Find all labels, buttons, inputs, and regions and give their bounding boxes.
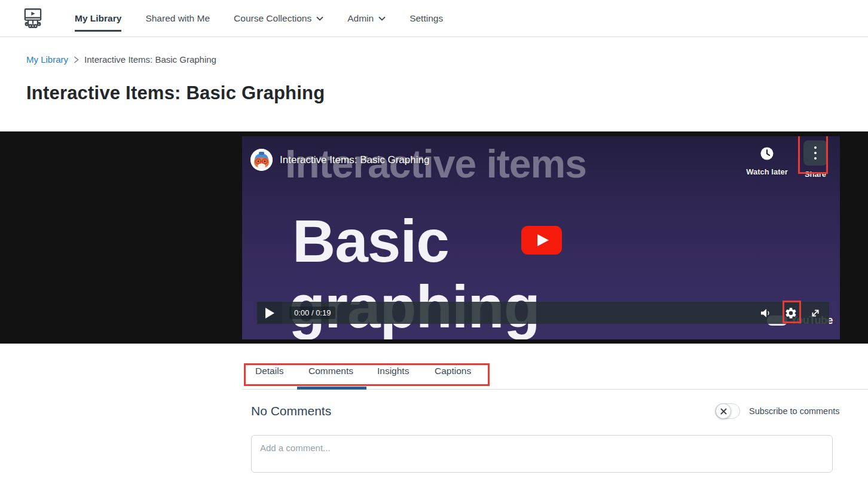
nav-shared-with-me-label: Shared with Me <box>145 13 210 24</box>
nav-my-library-label: My Library <box>75 13 121 24</box>
share-label: Share <box>801 170 830 179</box>
nav-course-collections[interactable]: Course Collections <box>234 0 323 36</box>
toggle-knob[interactable] <box>716 403 731 419</box>
video-band: Interactive items Basic graphing Interac… <box>0 131 868 344</box>
channel-avatar[interactable] <box>250 149 273 171</box>
share-button[interactable]: Share <box>801 140 830 179</box>
settings-gear-icon[interactable] <box>783 305 799 321</box>
watch-later-button[interactable]: Watch later <box>743 146 791 176</box>
comment-input[interactable] <box>251 435 833 473</box>
page-title: Interactive Items: Basic Graphing <box>26 82 325 104</box>
player-control-bar: 0:00 / 0:19 <box>257 302 829 324</box>
nav-settings[interactable]: Settings <box>409 0 443 36</box>
nav-settings-label: Settings <box>409 13 443 24</box>
youtube-player[interactable]: Interactive items Basic graphing Interac… <box>242 136 840 339</box>
nav-shared-with-me[interactable]: Shared with Me <box>145 0 210 36</box>
nav-course-collections-label: Course Collections <box>234 13 311 24</box>
time-display: 0:00 / 0:19 <box>289 307 335 319</box>
nav-admin[interactable]: Admin <box>347 0 386 36</box>
player-right-controls <box>759 305 829 321</box>
breadcrumb: My Library Interactive Items: Basic Grap… <box>26 54 216 65</box>
breadcrumb-current: Interactive Items: Basic Graphing <box>84 54 216 65</box>
top-nav: My Library Shared with Me Course Collect… <box>0 0 868 37</box>
watch-later-label: Watch later <box>743 167 791 176</box>
chevron-right-icon <box>74 56 79 63</box>
subscribe-label: Subscribe to comments <box>749 406 840 416</box>
x-icon <box>720 408 727 415</box>
tab-comments[interactable]: Comments <box>308 366 353 376</box>
clock-icon <box>760 146 774 161</box>
fullscreen-icon[interactable] <box>808 305 823 321</box>
breadcrumb-link-my-library[interactable]: My Library <box>26 54 68 65</box>
tab-details[interactable]: Details <box>255 366 283 376</box>
video-overlay-title[interactable]: Interactive Items: Basic Graphing <box>280 154 429 166</box>
volume-icon[interactable] <box>759 305 774 321</box>
play-button[interactable] <box>257 302 282 324</box>
nav-admin-label: Admin <box>347 13 374 24</box>
tab-captions[interactable]: Captions <box>435 366 471 376</box>
chevron-down-icon <box>378 16 386 21</box>
video-bg-text-line2: Basic <box>292 207 449 275</box>
tab-bar: Details Comments Insights Captions <box>0 344 868 391</box>
chevron-down-icon <box>316 16 323 21</box>
no-comments-heading: No Comments <box>251 404 331 418</box>
page-root: My Library Shared with Me Course Collect… <box>0 0 868 484</box>
active-tab-indicator <box>297 387 366 390</box>
subscribe-control: Subscribe to comments <box>715 403 840 419</box>
tab-insights[interactable]: Insights <box>377 366 409 376</box>
nav-items: My Library Shared with Me Course Collect… <box>75 0 443 36</box>
media-library-logo-icon[interactable] <box>20 5 46 32</box>
subscribe-toggle[interactable] <box>715 403 740 419</box>
youtube-play-button[interactable] <box>521 226 562 255</box>
nav-my-library[interactable]: My Library <box>75 0 121 36</box>
kebab-menu-icon[interactable] <box>803 140 827 166</box>
